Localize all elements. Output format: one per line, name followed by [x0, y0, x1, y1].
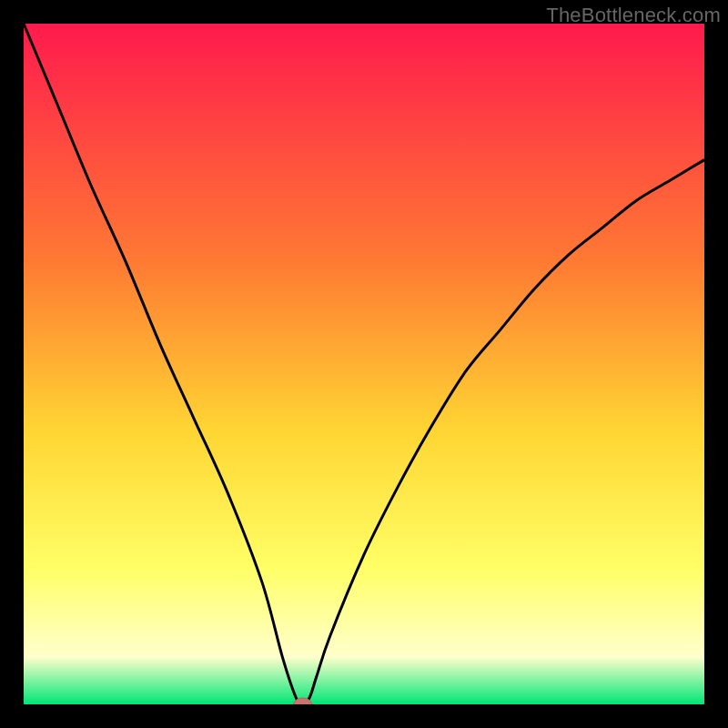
plot-background [24, 24, 704, 704]
bottleneck-chart [0, 0, 728, 728]
frame-bottom [0, 704, 728, 728]
chart-container: TheBottleneck.com [0, 0, 728, 728]
frame-right [704, 0, 728, 728]
frame-top [0, 0, 728, 24]
frame-left [0, 0, 24, 728]
